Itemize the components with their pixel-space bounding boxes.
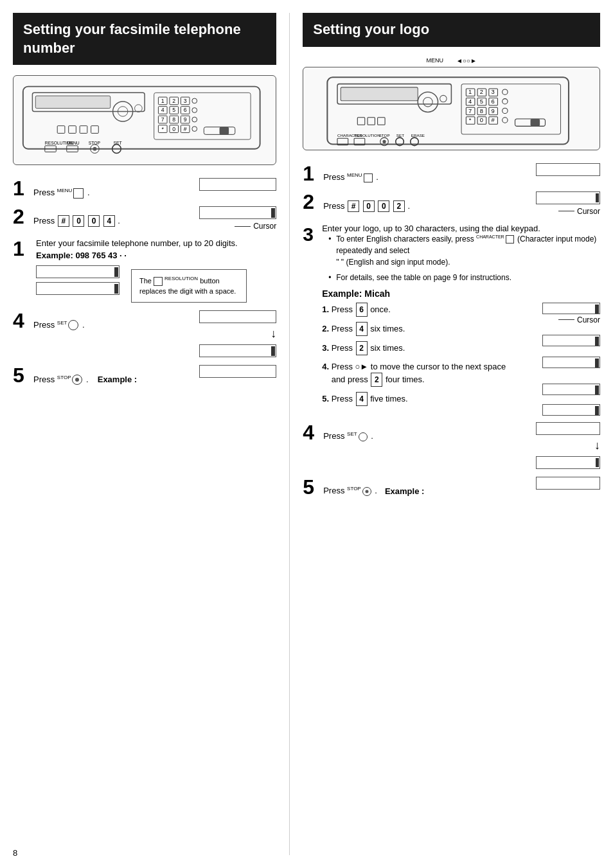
step3-lcd1-left: [36, 265, 120, 278]
step5-lcd-right: [536, 477, 600, 490]
step4-number-left: 4: [13, 310, 31, 331]
svg-text:5: 5: [480, 98, 483, 105]
step1-text-right: Press MENU .: [323, 172, 378, 182]
svg-text:1: 1: [468, 88, 472, 95]
step5-text-right: Press STOP .: [323, 486, 377, 496]
step5-number-right: 5: [303, 477, 321, 497]
sub-step-1-label: 1. Press 6 once.: [322, 305, 391, 314]
svg-point-89: [440, 95, 447, 102]
svg-text:*: *: [162, 126, 164, 132]
svg-text:7: 7: [161, 116, 164, 123]
right-column: Setting your logo MENU ◄○○► 1: [290, 13, 600, 855]
svg-rect-33: [220, 127, 229, 135]
svg-text:*: *: [469, 116, 472, 123]
step3-example-label-right: Example: Micah: [322, 288, 600, 299]
step4-lcd2-left: [199, 344, 276, 357]
sub-step-3-label: 3. Press 2 six times.: [322, 343, 405, 353]
sub-step-1-cursor: Cursor: [542, 315, 600, 324]
svg-text:8: 8: [172, 116, 175, 123]
sub-step-3-lcd: [542, 357, 600, 368]
step4-number-right: 4: [303, 422, 321, 443]
sub-step-2-right: 2. Press 4 six times.: [322, 322, 537, 336]
sub-step-5-right: 5. Press 4 five times.: [322, 392, 537, 406]
svg-text:9: 9: [184, 116, 187, 123]
svg-text:4: 4: [161, 107, 164, 114]
step5-number-left: 5: [13, 365, 31, 385]
sub-step-5-lcd: [542, 404, 600, 416]
step3-number-left: 1: [13, 238, 31, 259]
step2-cursor-right: Cursor: [558, 207, 600, 216]
step2-left: 2 Press # 0 0 4 .: [13, 206, 276, 231]
svg-text:RESOLUTION: RESOLUTION: [354, 133, 380, 137]
step4-left: 4 Press SET . ↓: [13, 310, 276, 357]
svg-point-10: [192, 98, 197, 103]
step3-bullet1-right: To enter English characters easily, pres…: [328, 233, 600, 268]
step3-left: 1 Enter your facsimile telephone number,…: [13, 238, 276, 303]
svg-point-31: [192, 127, 197, 132]
step3-number-right: 3: [303, 224, 318, 245]
svg-text:SET: SET: [396, 133, 404, 137]
svg-rect-84: [358, 117, 365, 124]
step5-lcd-left: [199, 365, 276, 378]
sub-step-4-label: 4. Press ○► to move the cursor to the ne…: [322, 362, 506, 385]
fax-diagram-right: 1 2 3 4 5 6 7: [303, 67, 600, 150]
left-column: Setting your facsimile telephone number …: [13, 13, 290, 855]
svg-rect-37: [91, 126, 99, 134]
step4-arrow-right: ↓: [594, 439, 600, 452]
step1-text-left: Press MENU .: [33, 188, 90, 199]
svg-rect-85: [368, 117, 375, 124]
step4-lcd1-right: [536, 422, 600, 435]
svg-rect-34: [57, 126, 65, 134]
svg-rect-3: [154, 93, 251, 140]
step2-text-right: Press # 0 0 2 .: [323, 200, 410, 212]
step3-right: 3 Enter your logo, up to 30 characters, …: [303, 224, 600, 416]
svg-rect-35: [69, 126, 76, 134]
svg-rect-83: [531, 119, 540, 126]
menu-indicator: MENU ◄○○►: [303, 57, 600, 64]
step4-arrow-left: ↓: [271, 327, 276, 341]
svg-text:4: 4: [468, 98, 472, 105]
svg-text:MENU: MENU: [67, 141, 80, 145]
svg-rect-82: [515, 119, 546, 126]
svg-text:2: 2: [480, 88, 483, 95]
step3-lcd2-left: [36, 282, 120, 295]
step2-number-right: 2: [303, 191, 321, 212]
svg-text:#: #: [184, 126, 187, 132]
svg-text:3: 3: [184, 98, 187, 104]
svg-text:6: 6: [184, 107, 187, 114]
fax-diagram-right-wrapper: MENU ◄○○► 1 2 3: [303, 57, 600, 150]
svg-text:3: 3: [492, 88, 495, 95]
sub-step-1-right: 1. Press 6 once.: [322, 303, 537, 317]
svg-rect-2: [35, 96, 110, 108]
svg-text:2: 2: [172, 98, 175, 104]
step1-number-right: 1: [303, 163, 321, 184]
sub-steps-lcds: Cursor: [542, 303, 600, 416]
svg-rect-53: [461, 84, 560, 134]
step3-bullet2-right: For details, see the table on page 9 for…: [328, 272, 600, 283]
sub-step-1-lcd: [542, 303, 600, 314]
svg-point-40: [135, 105, 143, 112]
step2-lcd-left: [199, 206, 276, 219]
svg-rect-52: [341, 87, 418, 100]
step1-right: 1 Press MENU .: [303, 163, 600, 184]
svg-text:0: 0: [480, 116, 483, 123]
step2-cursor-label-left: Cursor: [253, 222, 276, 231]
step5-text-left: Press STOP .: [33, 375, 89, 385]
step4-lcd1-left: [199, 310, 276, 323]
svg-text:1: 1: [161, 98, 164, 104]
step2-right: 2 Press # 0 0 2 .: [303, 191, 600, 216]
sub-step-3-right: 3. Press 2 six times.: [322, 341, 537, 355]
page: Setting your facsimile telephone number …: [0, 0, 613, 868]
svg-point-47: [93, 147, 97, 151]
sub-steps-text: 1. Press 6 once. 2. Press 4 six times. 3…: [322, 303, 537, 412]
step4-lcd2-right: [536, 456, 600, 469]
step2-number-left: 2: [13, 206, 31, 227]
step4-right: 4 Press SET . ↓: [303, 422, 600, 469]
svg-point-81: [502, 117, 508, 122]
left-header: Setting your facsimile telephone number: [13, 13, 276, 65]
sub-step-4-lcd: [542, 384, 600, 395]
sub-step-5-label: 5. Press 4 five times.: [322, 394, 407, 403]
svg-text:5: 5: [172, 107, 175, 114]
svg-text:STOP: STOP: [379, 133, 390, 137]
fax-diagram-left: 1 2 3 4 5 6 7: [13, 75, 276, 165]
